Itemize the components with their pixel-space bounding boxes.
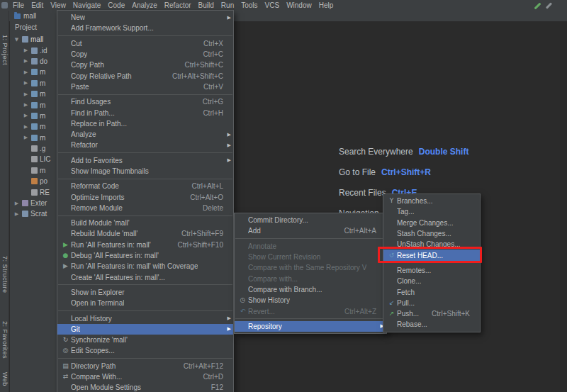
menu-item-label: Push... <box>397 310 419 318</box>
menu-item-debug-all-features-in-mall[interactable]: ●Debug 'All Features in: mall' <box>57 250 233 261</box>
menu-item-compare-with[interactable]: ⇄Compare With...Ctrl+D <box>57 371 233 382</box>
menu-item-open-module-settings[interactable]: Open Module SettingsF12 <box>57 382 233 392</box>
menu-item-edit-scopes[interactable]: ◎Edit Scopes... <box>57 345 233 356</box>
stripe-web-button[interactable]: Web <box>1 372 9 386</box>
menu-item-show-image-thumbnails[interactable]: Show Image Thumbnails <box>57 166 233 177</box>
menu-item-refactor[interactable]: Refactor▶ <box>57 140 233 150</box>
wrench-icon[interactable] <box>534 2 541 9</box>
expand-arrow-icon[interactable]: ▶ <box>13 211 20 217</box>
menu-item-open-in-terminal[interactable]: Open in Terminal <box>57 298 233 308</box>
menu-item-local-history[interactable]: Local History▶ <box>57 313 233 323</box>
menu-item-repository[interactable]: Repository▶ <box>235 321 386 332</box>
menu-item-branches[interactable]: YBranches... <box>383 196 480 206</box>
expand-arrow-icon[interactable]: ▶ <box>23 102 29 108</box>
menu-item-show-history[interactable]: ◷Show History <box>235 295 386 306</box>
menu-item-add-to-favorites[interactable]: Add to Favorites▶ <box>57 155 233 166</box>
expand-arrow-icon[interactable]: ▶ <box>23 124 29 130</box>
menu-item-shortcut: Ctrl+V <box>193 83 223 91</box>
menu-item-paste[interactable]: PasteCtrl+V <box>57 82 233 92</box>
collapse-arrow-icon[interactable]: ▼ <box>13 37 20 43</box>
menu-item-find-in-path[interactable]: Find in Path...Ctrl+H <box>57 107 233 118</box>
expand-arrow-icon[interactable]: ▶ <box>23 69 29 75</box>
expand-arrow-icon[interactable]: ▶ <box>23 80 29 86</box>
menubar-item-build[interactable]: Build <box>195 1 218 9</box>
menubar-item-tools[interactable]: Tools <box>237 1 261 9</box>
menu-item-reset-head[interactable]: ↺Reset HEAD... <box>383 250 480 260</box>
menu-item-add-framework-support[interactable]: Add Framework Support... <box>57 23 233 33</box>
menu-item-tag[interactable]: Tag... <box>383 206 480 217</box>
menubar-item-run[interactable]: Run <box>218 1 237 9</box>
navbar-project[interactable]: mall <box>23 12 36 20</box>
menubar-item-edit[interactable]: Edit <box>28 1 47 9</box>
expand-arrow-icon[interactable]: ▶ <box>23 58 29 64</box>
lib-icon <box>22 200 28 206</box>
expand-arrow-icon[interactable]: ▶ <box>23 113 29 118</box>
menu-item-reformat-code[interactable]: Reformat CodeCtrl+Alt+L <box>57 181 233 191</box>
menu-item-label: Pull... <box>397 299 415 307</box>
menu-item-fetch[interactable]: Fetch <box>383 286 480 297</box>
menu-item-rebase[interactable]: Rebase... <box>383 319 480 330</box>
menu-item-git[interactable]: Git▶ <box>57 324 233 335</box>
menubar-item-refactor[interactable]: Refactor <box>161 1 195 9</box>
menubar-item-view[interactable]: View <box>47 1 69 9</box>
menu-item-clone[interactable]: Clone... <box>383 276 480 286</box>
menu-item-label: Analyze <box>71 130 96 138</box>
stripe-favorites-button[interactable]: 2: Favorites <box>1 321 9 359</box>
menu-item-revert[interactable]: ↶Revert...Ctrl+Alt+Z <box>235 306 386 316</box>
tree-item-label: LIC <box>40 155 51 163</box>
menu-item-synchronize-mall[interactable]: ↻Synchronize 'mall' <box>57 335 233 345</box>
menu-item-unstash-changes[interactable]: UnStash Changes... <box>383 239 480 250</box>
menu-item-replace-in-path[interactable]: Replace in Path... <box>57 118 233 129</box>
menu-item-show-in-explorer[interactable]: Show in Explorer <box>57 287 233 298</box>
menu-item-label: Run 'All Features in: mall' with Coverag… <box>71 262 198 270</box>
expand-arrow-icon[interactable]: ▶ <box>23 91 29 97</box>
menu-item-build-module-mall[interactable]: Build Module 'mall' <box>57 218 233 228</box>
menu-item-cut[interactable]: CutCtrl+X <box>57 38 233 49</box>
expand-arrow-icon[interactable]: ▶ <box>23 47 29 53</box>
menu-item-run-all-features-in-mall-with-coverage[interactable]: ▶Run 'All Features in: mall' with Covera… <box>57 261 233 271</box>
submenu-arrow-icon: ▶ <box>223 132 231 138</box>
menu-item-copy-relative-path[interactable]: Copy Relative PathCtrl+Alt+Shift+C <box>57 70 233 81</box>
menu-item-add[interactable]: AddCtrl+Alt+A <box>235 225 386 236</box>
menu-item-shortcut: F12 <box>201 383 223 391</box>
menubar-item-help[interactable]: Help <box>315 1 337 9</box>
menu-item-remotes[interactable]: Remotes... <box>383 265 480 276</box>
menu-item-label: Compare with the Same Repository Version <box>248 264 366 271</box>
menu-item-copy[interactable]: CopyCtrl+C <box>57 49 233 60</box>
stripe-structure-button[interactable]: 7: Structure <box>1 256 9 293</box>
menu-item-pull[interactable]: ↙Pull... <box>383 298 480 308</box>
menu-item-copy-path[interactable]: Copy PathCtrl+Shift+C <box>57 60 233 70</box>
menu-item-rebuild-module-mall[interactable]: Rebuild Module 'mall'Ctrl+Shift+F9 <box>57 228 233 239</box>
menu-item-find-usages[interactable]: Find UsagesCtrl+G <box>57 96 233 107</box>
menu-item-directory-path[interactable]: ▤Directory PathCtrl+Alt+F12 <box>57 361 233 371</box>
file-icon <box>31 145 38 152</box>
menubar-item-window[interactable]: Window <box>283 1 315 9</box>
menu-item-compare-with-the-same-repository-version[interactable]: Compare with the Same Repository Version <box>235 262 386 273</box>
menubar-item-file[interactable]: File <box>9 1 28 9</box>
menu-item-optimize-imports[interactable]: Optimize ImportsCtrl+Alt+O <box>57 191 233 202</box>
expand-arrow-icon[interactable]: ▶ <box>13 201 20 206</box>
menu-item-run-all-features-in-mall[interactable]: ▶Run 'All Features in: mall'Ctrl+Shift+F… <box>57 240 233 250</box>
menu-item-create-all-features-in-mall[interactable]: Create 'All Features in: mall'... <box>57 272 233 283</box>
menubar-item-code[interactable]: Code <box>104 1 128 9</box>
menu-item-annotate[interactable]: Annotate <box>235 241 386 252</box>
menu-item-commit-directory[interactable]: Commit Directory... <box>235 215 386 225</box>
menu-item-label: Fetch <box>397 289 415 296</box>
menu-item-compare-with[interactable]: Compare with... <box>235 273 386 284</box>
menu-item-stash-changes[interactable]: Stash Changes... <box>383 228 480 239</box>
menu-item-analyze[interactable]: Analyze▶ <box>57 129 233 140</box>
menubar-item-analyze[interactable]: Analyze <box>128 1 161 9</box>
menu-item-push[interactable]: ↗Push...Ctrl+Shift+K <box>383 308 480 319</box>
stripe-project-button[interactable]: 1: Project <box>1 35 9 65</box>
menu-item-new[interactable]: New▶ <box>57 12 233 23</box>
branch-icon: Y <box>386 198 397 204</box>
welcome-shortcut-key: Ctrl+Shift+R <box>381 167 431 177</box>
menu-item-merge-changes[interactable]: Merge Changes... <box>383 218 480 228</box>
menu-separator <box>235 238 386 239</box>
menu-item-remove-module[interactable]: Remove ModuleDelete <box>57 203 233 213</box>
menu-item-compare-with-branch[interactable]: Compare with Branch... <box>235 284 386 295</box>
menu-item-show-current-revision[interactable]: Show Current Revision <box>235 252 386 262</box>
menubar-item-vcs[interactable]: VCS <box>262 1 284 9</box>
expand-arrow-icon[interactable]: ▶ <box>23 135 29 140</box>
menubar-item-navigate[interactable]: Navigate <box>69 1 104 9</box>
